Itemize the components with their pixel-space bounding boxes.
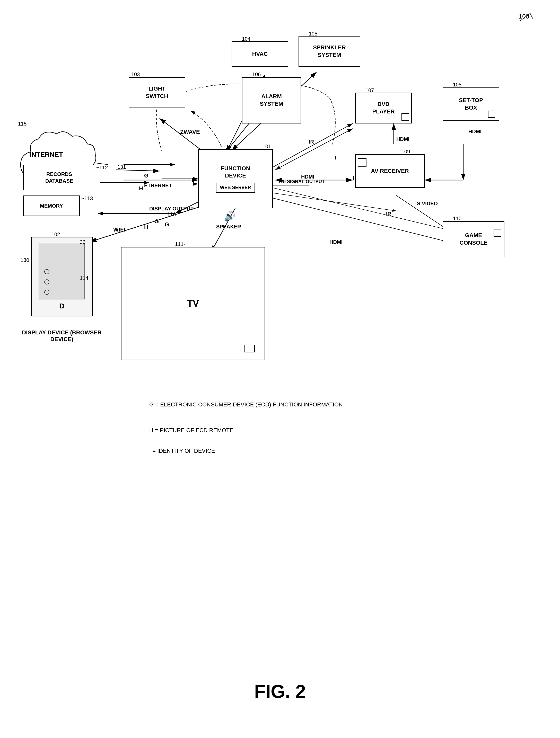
hvac-box: HVAC (232, 41, 288, 67)
settop-indicator (488, 111, 495, 118)
hdmi-label-dvd-av: HDMI (396, 136, 409, 142)
hdmi-label-game: HDMI (329, 239, 342, 245)
i-label-av: I (352, 175, 354, 181)
ref-101: 101 (263, 143, 271, 149)
h-label-wifi: H (144, 224, 148, 231)
ref-109: 109 (401, 149, 410, 154)
signal-output-label: 125 SIGNAL OUTPUT (278, 179, 325, 184)
tv-box: TV (121, 247, 265, 360)
i-label-dvd: I (334, 154, 336, 161)
ref-131: 131 (117, 164, 126, 170)
ref-107: 107 (365, 87, 374, 93)
svg-line-28 (273, 188, 466, 234)
ref-100-arrow (515, 11, 535, 27)
ir-label-dvd: IR (309, 139, 314, 145)
web-server-box: WEB SERVER (216, 182, 255, 193)
ref-111: 111· (175, 241, 185, 247)
figure-label: FIG. 2 (0, 681, 560, 702)
ref-130: 130 (21, 257, 29, 263)
h-label-ethernet: H (139, 185, 143, 192)
legend-g: G = ELECTRONIC CONSUMER DEVICE (ECD) FUN… (149, 401, 343, 408)
av-indicator (358, 158, 366, 167)
ref-115: 115 (18, 121, 26, 127)
memory-box: MEMORY (23, 196, 80, 216)
sprinkler-box: SPRINKLER SYSTEM (299, 36, 360, 67)
svg-line-27 (273, 193, 396, 211)
ref-36: 36 (80, 239, 85, 245)
g-label-wifi2: G (165, 221, 169, 228)
game-indicator (494, 229, 501, 237)
ref-112: ~112 (96, 164, 108, 170)
speaker-label: SPEAKER (216, 224, 241, 230)
ref-103: 103 (131, 71, 140, 77)
function-device-box: FUNCTION DEVICE WEB SERVER (198, 149, 273, 209)
game-console-box: GAME CONSOLE (443, 221, 504, 257)
records-db-box: RECORDS DATABASE (23, 164, 95, 191)
display-device-label: D (59, 302, 64, 310)
svg-line-31 (530, 13, 533, 19)
svg-line-26 (275, 129, 352, 170)
svg-line-12 (273, 123, 352, 167)
ir-label-game: IR (386, 211, 391, 217)
legend-h: H = PICTURE OF ECD REMOTE (149, 427, 233, 434)
g-label-ethernet: G (144, 172, 149, 179)
ref-113: ~113 (81, 196, 93, 202)
g-label-wifi: G (155, 218, 159, 225)
light-switch-box: LIGHT SWITCH (129, 77, 185, 108)
ref-108: 108 (453, 82, 462, 88)
legend-i: I = IDENTITY OF DEVICE (149, 448, 215, 454)
ref-106: 106 (252, 71, 261, 77)
ref-104: 104 (242, 36, 250, 42)
speaker-symbol: 🔊 (224, 211, 239, 224)
diagram-container: 100 HVAC 104 SPRINKLER SYSTEM 105 ALARM … (0, 0, 560, 738)
dvd-indicator (401, 113, 409, 121)
wifi-label: WIFI (113, 226, 125, 233)
ref-102: 102 (51, 232, 60, 238)
ref-105: 105 (309, 31, 317, 37)
ref-114: 114 (80, 275, 88, 281)
display-screen (39, 243, 85, 299)
hdmi-label-settop: HDMI (468, 129, 482, 134)
ref-110: 110 (453, 216, 462, 222)
display-device-caption: DISPLAY DEVICE (BROWSER DEVICE) (13, 329, 111, 343)
ref-116: 116 (167, 212, 176, 217)
display-output-label: DISPLAY OUTPUT (149, 206, 194, 212)
alarm-box: ALARM SYSTEM (242, 77, 301, 123)
zwave-label: ZWAVE (180, 129, 200, 135)
tv-indicator (245, 345, 255, 352)
svg-line-30 (520, 13, 530, 21)
svg-text:INTERNET: INTERNET (30, 151, 63, 158)
s-video-label: S VIDEO (417, 201, 438, 207)
ethernet-label: ETHERNET (144, 182, 172, 189)
